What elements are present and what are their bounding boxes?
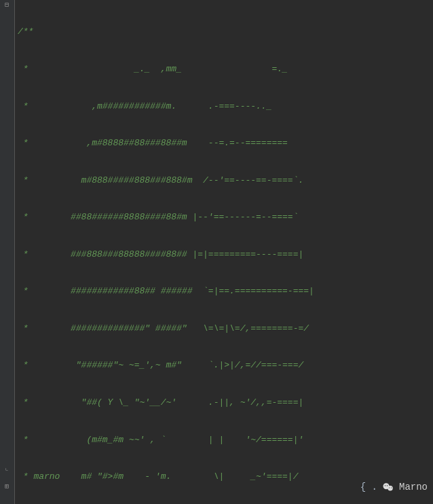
watermark-label: Marno bbox=[399, 481, 428, 494]
code-editor: ⊟ ⌞ ⊞ /** * _._ ,mm_ =._ * ,m###########… bbox=[0, 0, 433, 504]
comment-line: * ,m#8888##88###88##m --=.=--======== bbox=[18, 137, 430, 149]
gutter: ⊟ ⌞ ⊞ bbox=[0, 0, 15, 504]
watermark: { . Marno bbox=[360, 481, 428, 494]
wechat-icon bbox=[380, 481, 396, 494]
comment-line: * ###888###88888####88## |=|=========---… bbox=[18, 249, 430, 261]
code-area[interactable]: /** * _._ ,mm_ =._ * ,m############m. .-… bbox=[15, 0, 433, 504]
comment-line: * ##############" #####" \=\=|\=/,======… bbox=[18, 323, 430, 335]
comment-open: /** bbox=[18, 26, 430, 38]
svg-point-4 bbox=[389, 487, 390, 488]
comment-line: * ,m############m. .-===----.._ bbox=[18, 101, 430, 113]
brace-decoration: { . bbox=[360, 481, 377, 494]
svg-point-2 bbox=[385, 485, 386, 486]
comment-line: * _._ ,mm_ =._ bbox=[18, 63, 430, 75]
comment-line: * ############88## ###### `=|==.========… bbox=[18, 285, 430, 298]
fold-collapse-icon[interactable]: ⊟ bbox=[3, 1, 11, 10]
fold-end-icon[interactable]: ⌞ bbox=[3, 465, 11, 473]
comment-line: * "##( Y \_ "~'__/~' .-||, ~'/,,=-====| bbox=[18, 397, 430, 409]
svg-point-3 bbox=[387, 485, 388, 486]
svg-point-5 bbox=[391, 487, 392, 488]
comment-line: * m#888#####888###888#m /--'==----==-===… bbox=[18, 175, 430, 187]
comment-line: * ##88######8888####88#m |--'==------=--… bbox=[18, 211, 430, 223]
fold-expand-icon[interactable]: ⊞ bbox=[3, 483, 11, 491]
svg-point-1 bbox=[388, 486, 393, 491]
comment-line: * (m#m_#m ~~' , ` | | '~/======|' bbox=[18, 434, 430, 446]
comment-line: * "######"~ ~=_',~ m#" `.|>|/,=//===-===… bbox=[18, 359, 430, 372]
